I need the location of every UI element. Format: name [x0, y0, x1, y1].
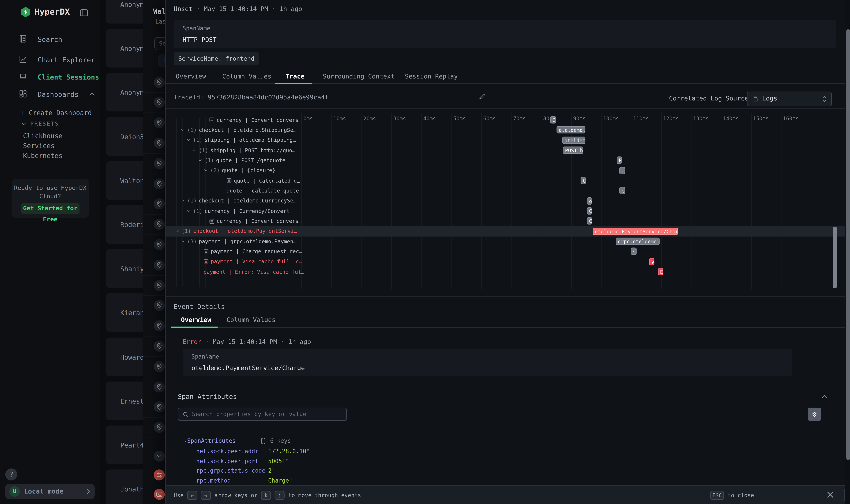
trace-span-row[interactable]: payment | Visa cache full: c…	[166, 256, 850, 267]
sidebar-collapse-icon[interactable]	[79, 8, 88, 17]
waterfall-scrollbar[interactable]	[833, 227, 837, 288]
event-row[interactable]	[143, 194, 166, 215]
pin-icon[interactable]	[154, 422, 165, 433]
event-row[interactable]	[143, 174, 166, 194]
span-duration-bar[interactable]: C	[587, 208, 592, 215]
exchange-icon[interactable]	[154, 469, 165, 480]
session-card[interactable]: Deion37@gm	[106, 117, 148, 156]
event-row[interactable]	[143, 295, 166, 316]
event-details-tab-overview[interactable]: Overview	[181, 316, 211, 324]
event-row[interactable]	[143, 234, 166, 255]
session-card[interactable]: Pearl43@ho	[106, 426, 148, 464]
tab-column-values[interactable]: Column Values	[222, 73, 272, 80]
pin-icon[interactable]	[154, 178, 165, 189]
span-duration-bar[interactable]: C	[581, 177, 586, 184]
session-card[interactable]: Howard.Run	[106, 337, 148, 376]
edit-pencil-icon[interactable]	[478, 93, 485, 101]
sidebar-item-dashboards[interactable]: Dashboards	[38, 91, 79, 98]
span-duration-bar[interactable]: oteldemo.	[557, 126, 585, 134]
event-row[interactable]	[143, 113, 166, 133]
span-duration-bar[interactable]: C	[550, 116, 556, 124]
local-mode-menu[interactable]: U Local mode	[5, 484, 95, 499]
pin-icon[interactable]	[154, 320, 165, 331]
pin-icon[interactable]	[154, 97, 165, 108]
trace-span-row[interactable]: (1)checkout | oteldemo.CurrencySe…	[166, 196, 850, 206]
help-button[interactable]: ?	[5, 468, 17, 481]
pin-icon[interactable]	[154, 341, 165, 352]
create-dashboard-button[interactable]: + Create Dashboard	[21, 109, 92, 117]
terminal-icon[interactable]	[154, 489, 165, 500]
expand-chevron-icon[interactable]	[186, 209, 191, 214]
expand-chevron-icon[interactable]	[186, 138, 191, 143]
span-duration-bar[interactable]: c	[619, 187, 625, 195]
sidebar-item-chart-explorer[interactable]: Chart Explorer	[38, 56, 95, 64]
session-card[interactable]: Kieran92@h	[106, 293, 148, 332]
collapse-section-icon[interactable]	[821, 394, 828, 399]
span-duration-bar[interactable]: E	[658, 268, 664, 275]
tab-surrounding-context[interactable]: Surrounding Context	[323, 73, 395, 80]
highlighted-filter-button[interactable]: H	[158, 54, 166, 67]
expand-chevron-icon[interactable]	[192, 148, 197, 152]
events-search-input[interactable]: Sea	[154, 37, 166, 50]
preset-services[interactable]: Services	[23, 142, 55, 150]
trace-span-row[interactable]: currency | Convert convers…	[166, 216, 850, 226]
attribute-key[interactable]: net.sock.peer.addr	[196, 448, 259, 455]
attribute-value[interactable]: "2"	[265, 468, 275, 474]
trace-span-row[interactable]: (1)shipping | oteldemo.Shipping…	[166, 135, 850, 145]
event-row[interactable]	[143, 275, 166, 296]
trace-span-row[interactable]: quote | Calculated q…	[166, 176, 850, 186]
trace-span-row[interactable]: (1)checkout | oteldemo.PaymentServi…	[166, 226, 850, 236]
event-row[interactable]	[143, 465, 166, 485]
span-duration-bar[interactable]: o	[587, 197, 592, 204]
pin-icon[interactable]	[154, 158, 165, 169]
trace-span-row[interactable]: (1)checkout | oteldemo.ShippingSe…	[166, 125, 850, 135]
span-duration-bar[interactable]: grpc.oteldemo.	[616, 238, 659, 245]
event-row[interactable]	[143, 377, 166, 397]
span-duration-bar[interactable]: {	[619, 167, 625, 174]
event-row[interactable]	[143, 72, 166, 93]
pin-icon[interactable]	[154, 300, 165, 311]
preset-kubernetes[interactable]: Kubernetes	[23, 152, 62, 160]
pin-icon[interactable]	[154, 199, 165, 210]
event-row[interactable]	[143, 316, 166, 337]
trace-span-row[interactable]: payment | Error: Visa cache ful…	[166, 267, 850, 277]
span-duration-bar[interactable]: oteldem	[562, 137, 585, 144]
event-row[interactable]	[143, 92, 166, 113]
event-row[interactable]	[143, 356, 166, 377]
sidebar-item-client-sessions[interactable]: Client Sessions	[38, 73, 99, 81]
tab-trace[interactable]: Trace	[286, 73, 305, 80]
preset-clickhouse[interactable]: Clickhouse	[23, 132, 62, 140]
pin-icon[interactable]	[154, 138, 165, 148]
event-row[interactable]	[143, 153, 166, 174]
attribute-key[interactable]: net.sock.peer.port	[196, 458, 259, 465]
event-row[interactable]	[143, 446, 166, 467]
pin-icon[interactable]	[154, 361, 165, 372]
trace-span-row[interactable]: (1)shipping | POST http://quo…	[166, 145, 850, 156]
event-row[interactable]	[143, 214, 166, 235]
pin-icon[interactable]	[154, 77, 165, 88]
event-row[interactable]	[143, 336, 166, 357]
pin-icon[interactable]	[154, 219, 165, 230]
attributes-root-row[interactable]: ▾SpanAttributes{} 6 keys	[185, 437, 291, 444]
trace-span-row[interactable]: (3)payment | grpc.oteldemo.Paymen…	[166, 236, 850, 247]
trace-span-row[interactable]: payment | Charge request rec…	[166, 247, 850, 256]
tab-overview[interactable]: Overview	[176, 73, 206, 80]
span-duration-bar[interactable]: C	[587, 217, 592, 225]
event-row[interactable]	[143, 133, 166, 154]
chevron-down-icon[interactable]	[154, 450, 165, 462]
pin-icon[interactable]	[154, 402, 165, 413]
session-card[interactable]: Roderick_S	[106, 205, 148, 244]
session-card[interactable]: Shaniya.Sc	[106, 249, 148, 288]
session-card[interactable]: Walton9@ho	[106, 161, 148, 200]
expand-chevron-icon[interactable]	[175, 229, 179, 234]
service-name-chip[interactable]: ServiceName: frontend	[174, 52, 259, 65]
attributes-search-input[interactable]: Search properties by key or value	[178, 408, 347, 421]
session-card[interactable]: Anonymous	[106, 73, 148, 112]
event-row[interactable]	[143, 397, 166, 418]
trace-span-row[interactable]: quote | calculate-quote	[166, 186, 850, 196]
expand-chevron-icon[interactable]	[203, 168, 208, 173]
chevron-up-icon[interactable]	[89, 92, 95, 97]
tab-session-replay[interactable]: Session Replay	[405, 73, 458, 80]
event-row[interactable]	[143, 255, 166, 275]
session-card[interactable]: Ernesto33@	[106, 381, 148, 420]
